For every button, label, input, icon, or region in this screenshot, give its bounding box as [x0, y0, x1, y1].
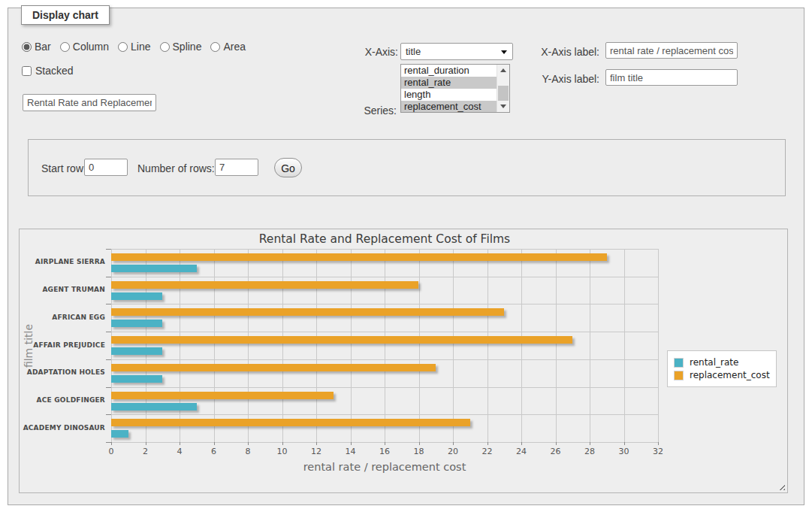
- series-label: Series:: [331, 105, 397, 117]
- x-tick: [282, 442, 283, 445]
- x-tick-label: 2: [131, 447, 161, 456]
- x-tick: [385, 442, 385, 445]
- x-tick-label: 16: [370, 447, 400, 456]
- x-tick: [521, 442, 522, 445]
- x-tick: [453, 442, 454, 445]
- x-axis-select-label: X-Axis:: [332, 46, 398, 58]
- x-axis-label-input[interactable]: [605, 42, 738, 59]
- x-tick-label: 18: [404, 447, 434, 456]
- x-tick: [624, 442, 625, 445]
- triangle-up-icon: [500, 68, 506, 72]
- stacked-label: Stacked: [35, 65, 74, 77]
- category-label: ADAPTATION HOLES: [20, 368, 105, 376]
- category-label: AFRICAN EGG: [20, 314, 105, 321]
- gridline-v: [146, 249, 146, 442]
- legend-row: replacement_cost: [674, 370, 770, 380]
- gridline-v: [351, 249, 352, 442]
- dropdown-arrow-icon: [501, 50, 507, 54]
- chart-type-area[interactable]: Area: [210, 41, 246, 53]
- category-label: AFFAIR PREJUDICE: [20, 341, 105, 349]
- gridline-v: [316, 249, 317, 442]
- scroll-down-button[interactable]: [497, 101, 509, 112]
- bar-replacement_cost: [111, 336, 572, 344]
- x-tick-label: 4: [165, 447, 195, 456]
- gridline-h: [111, 414, 658, 415]
- chart-type-radio-line[interactable]: [118, 42, 128, 52]
- stacked-checkbox[interactable]: [22, 66, 32, 76]
- chart-type-radio-column[interactable]: [60, 42, 70, 52]
- chart-type-radio-area[interactable]: [210, 42, 220, 52]
- bar-replacement_cost: [111, 281, 418, 289]
- series-option-length[interactable]: length: [401, 89, 497, 101]
- gridline-h: [111, 387, 658, 388]
- category-label: ACADEMY DINOSAUR: [20, 424, 105, 432]
- start-row-input[interactable]: [84, 159, 128, 176]
- bar-replacement_cost: [111, 419, 470, 426]
- chart-title: Rental Rate and Replacement Cost of Film…: [111, 232, 658, 246]
- chart-x-axis-title: rental rate / replacement cost: [111, 461, 658, 473]
- x-tick-label: 14: [336, 447, 366, 456]
- scrollbar-thumb[interactable]: [498, 86, 509, 101]
- series-option-rental_duration[interactable]: rental_duration: [401, 65, 497, 77]
- gridline-v: [624, 249, 625, 442]
- x-tick-label: 20: [438, 447, 468, 456]
- x-tick: [146, 442, 146, 445]
- chart-type-bar[interactable]: Bar: [22, 41, 51, 53]
- bar-replacement_cost: [111, 364, 436, 371]
- plot-area: [111, 249, 658, 442]
- chart-container: Rental Rate and Replacement Cost of Film…: [19, 229, 788, 493]
- chart-type-line[interactable]: Line: [118, 41, 150, 53]
- gridline-v: [111, 249, 112, 442]
- x-tick-label: 30: [609, 447, 639, 456]
- bar-rental_rate: [111, 347, 162, 355]
- gridline-h: [111, 249, 658, 250]
- x-tick-label: 22: [472, 447, 503, 456]
- legend-row: rental_rate: [674, 357, 770, 368]
- x-tick-label: 8: [233, 447, 263, 456]
- x-axis-select[interactable]: title: [400, 43, 513, 60]
- chart-type-spline[interactable]: Spline: [160, 41, 202, 53]
- gridline-v: [658, 249, 659, 442]
- num-rows-input[interactable]: [215, 159, 258, 176]
- gridline-v: [521, 249, 522, 442]
- chart-type-text: Area: [223, 41, 246, 53]
- bar-replacement_cost: [111, 392, 334, 399]
- num-rows-label: Number of rows:: [137, 162, 215, 174]
- page: Display chart BarColumnLineSplineArea St…: [0, 0, 812, 512]
- series-scrollbar[interactable]: [497, 65, 509, 112]
- gridline-v: [180, 249, 180, 442]
- legend-label: replacement_cost: [690, 370, 770, 380]
- y-tick: [106, 332, 111, 332]
- scroll-up-button[interactable]: [497, 65, 509, 76]
- series-listbox[interactable]: rental_durationrental_ratelengthreplacem…: [400, 64, 510, 113]
- legend-swatch-rental_rate: [674, 358, 684, 368]
- series-option-replacement_cost[interactable]: replacement_cost: [401, 101, 497, 112]
- gridline-h: [111, 332, 658, 332]
- y-axis-label-input[interactable]: [605, 69, 738, 86]
- chart-type-radio-bar[interactable]: [22, 42, 32, 52]
- panel-title: Display chart: [21, 5, 110, 25]
- chart-legend: rental_ratereplacement_cost: [667, 350, 777, 387]
- bar-rental_rate: [111, 430, 128, 438]
- legend-swatch-replacement_cost: [674, 371, 684, 380]
- chart-type-radio-spline[interactable]: [160, 42, 170, 52]
- y-tick: [106, 249, 111, 250]
- bar-rental_rate: [111, 320, 162, 327]
- stacked-checkbox-row[interactable]: Stacked: [22, 65, 74, 77]
- chart-type-text: Column: [73, 41, 109, 53]
- gridline-v: [590, 249, 590, 442]
- go-button[interactable]: Go: [274, 158, 302, 177]
- chart-title-input[interactable]: [23, 94, 156, 111]
- x-tick-label: 32: [643, 447, 673, 456]
- x-tick: [214, 442, 215, 445]
- gridline-v: [453, 249, 454, 442]
- bar-rental_rate: [111, 403, 197, 411]
- start-row-label: Start row:: [41, 162, 86, 174]
- x-tick-label: 0: [96, 447, 126, 456]
- x-tick-label: 28: [575, 447, 605, 456]
- chart-type-column[interactable]: Column: [60, 41, 109, 53]
- resize-grip-icon[interactable]: [777, 482, 785, 490]
- bar-rental_rate: [111, 292, 162, 300]
- chart-type-text: Line: [131, 41, 150, 53]
- series-option-rental_rate[interactable]: rental_rate: [401, 77, 497, 89]
